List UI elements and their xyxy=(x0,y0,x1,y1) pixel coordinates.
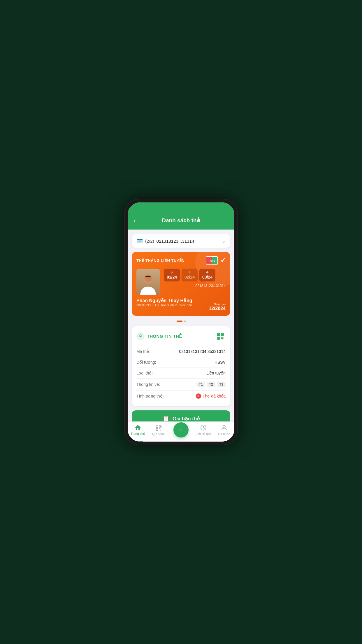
ticket-tags: T1 T2 T3 xyxy=(196,382,226,387)
info-row-card-id: Mã thẻ: 021313131234 35331314 xyxy=(136,346,226,357)
nav-label-history: Lịch sử quét xyxy=(195,432,212,436)
card-count: (2/2) xyxy=(145,239,154,244)
card-holder-photo xyxy=(136,269,160,295)
card-info-section: THÔNG TIN THẺ xyxy=(132,326,230,406)
verified-check-icon: ✓ xyxy=(220,257,226,264)
chevron-down-icon: ⌄ xyxy=(222,238,226,244)
page-title: Danh sách thẻ xyxy=(162,217,200,224)
card-icon: 🪪 xyxy=(136,238,143,244)
phone-frame: ‹ Danh sách thẻ 🪪 (2/2) 021313123...3131… xyxy=(124,199,238,445)
ticket-tag-t2: T2 xyxy=(207,382,215,387)
card-top-row: THẺ THÁNG LIÊN TUYẾN HGTC ✓ xyxy=(136,256,226,265)
card-number-display: 021313123...31314 xyxy=(164,284,226,288)
section-header-left: THÔNG TIN THẺ xyxy=(136,332,182,340)
info-row-status: Tình trạng thẻ: ✕ Thẻ đã khóa xyxy=(136,391,226,402)
svg-rect-16 xyxy=(157,426,157,427)
svg-point-6 xyxy=(140,335,141,336)
card-right-info: ✈ 01/24 ✈ 02/24 ✈ 03/24 xyxy=(164,269,226,288)
svg-rect-18 xyxy=(157,429,157,430)
month-badge-01: ✈ 01/24 xyxy=(164,269,180,281)
nav-label-profile: Cá nhân xyxy=(218,432,230,436)
dot-2 xyxy=(184,321,186,322)
section-title: THÔNG TIN THẺ xyxy=(147,334,182,339)
svg-rect-0 xyxy=(206,257,212,264)
section-header: THÔNG TIN THẺ xyxy=(136,331,226,342)
card-pagination-dots xyxy=(132,321,230,322)
dropdown-left: 🪪 (2/2) 021313123...31314 xyxy=(136,238,194,244)
svg-rect-17 xyxy=(160,426,161,427)
renew-card-button[interactable]: 📋 Gia hạn thẻ xyxy=(132,410,230,421)
card-status-locked: ✕ Thẻ đã khóa xyxy=(196,393,226,399)
scroll-content: 🪪 (2/2) 021313123...31314 ⌄ THẺ THÁNG LI… xyxy=(128,230,234,421)
svg-rect-1 xyxy=(212,257,217,264)
card-expiry: Niên hạn 12/2024 xyxy=(209,303,226,311)
user-icon xyxy=(136,332,145,340)
bottom-navigation: Trang chủ QR code + xyxy=(128,421,234,442)
info-row-target: Đối tượng: HSSV xyxy=(136,357,226,368)
card-type-title: THẺ THÁNG LIÊN TUYẾN xyxy=(136,258,184,263)
info-row-card-type: Loại thẻ: Liên tuyến xyxy=(136,368,226,379)
renew-icon: 📋 xyxy=(162,415,170,421)
nav-item-home[interactable]: Trang chủ xyxy=(128,424,148,436)
svg-rect-10 xyxy=(218,334,219,335)
expiry-date: 12/2024 xyxy=(209,306,226,311)
locked-x-icon: ✕ xyxy=(196,393,201,399)
card-top-right: HGTC ✓ xyxy=(206,256,226,265)
transit-card: THẺ THÁNG LIÊN TUYẾN HGTC ✓ xyxy=(132,252,230,316)
locked-label: Thẻ đã khóa xyxy=(203,394,226,398)
nav-item-qr[interactable]: QR code xyxy=(148,424,168,436)
svg-point-20 xyxy=(223,426,225,428)
qr-code-button[interactable] xyxy=(215,331,226,342)
card-body: ✈ 01/24 ✈ 02/24 ✈ 03/24 xyxy=(136,269,226,295)
svg-text:HGTC: HGTC xyxy=(209,260,215,262)
hgtc-logo: HGTC xyxy=(206,256,218,265)
ticket-tag-t1: T1 xyxy=(196,382,205,387)
renew-label: Gia hạn thẻ xyxy=(173,416,200,422)
info-row-ticket-info: Thông tin vé: T1 T2 T3 xyxy=(136,379,226,391)
nav-item-history[interactable]: Lịch sử quét xyxy=(193,424,214,436)
month-badge-02: ✈ 02/24 xyxy=(182,269,198,281)
ticket-tag-t3: T3 xyxy=(217,382,226,387)
svg-rect-12 xyxy=(218,338,219,339)
fab-add-button[interactable]: + xyxy=(173,422,189,438)
expiry-label: Niên hạn xyxy=(209,303,226,306)
card-selector-dropdown[interactable]: 🪪 (2/2) 021313123...31314 ⌄ xyxy=(132,234,230,248)
nav-label-qr: QR code xyxy=(152,432,165,436)
back-button[interactable]: ‹ xyxy=(133,217,136,224)
month-badges: ✈ 01/24 ✈ 02/24 ✈ 03/24 xyxy=(164,269,226,281)
phone-screen: ‹ Danh sách thẻ 🪪 (2/2) 021313123...3131… xyxy=(128,202,234,442)
month-badge-03: ✈ 03/24 xyxy=(199,269,215,281)
nav-label-home: Trang chủ xyxy=(131,432,145,436)
svg-rect-5 xyxy=(145,277,151,281)
dot-1 xyxy=(177,321,182,322)
nav-item-profile[interactable]: Cá nhân xyxy=(214,424,234,436)
svg-rect-11 xyxy=(222,334,223,335)
card-id-short: 021313123...31314 xyxy=(157,239,194,244)
header: ‹ Danh sách thẻ xyxy=(128,202,234,230)
